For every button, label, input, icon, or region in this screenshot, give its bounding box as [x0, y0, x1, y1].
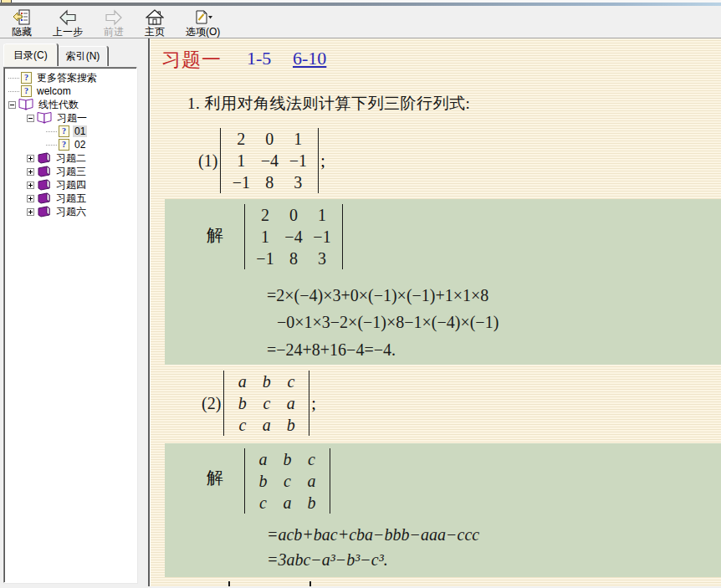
matrix-cell: −1: [227, 171, 255, 193]
options-button[interactable]: 选项(O): [179, 7, 227, 38]
matrix-cell: b: [254, 371, 279, 392]
matrix-cell: 2: [251, 204, 279, 226]
solution-2-label: 解: [207, 467, 223, 489]
expand-plus-icon[interactable]: [27, 208, 34, 216]
matrix-cell: 0: [279, 204, 308, 226]
home-button[interactable]: 主页: [138, 7, 171, 38]
tree-item-exercise-5[interactable]: 习题五: [4, 192, 136, 205]
svg-text:?: ?: [24, 73, 28, 82]
hide-panel-icon: [13, 8, 31, 26]
matrix-cell: c: [279, 371, 303, 392]
tree-item-more-answers[interactable]: ? 更多答案搜索: [4, 71, 136, 84]
matrix-cell: 1: [284, 128, 312, 150]
matrix-cell: a: [251, 448, 275, 470]
tree-item-exercise-6[interactable]: 习题六: [4, 205, 136, 218]
tree-item-exercise-2[interactable]: 习题二: [4, 151, 136, 165]
solution-block-2: 解 a b c b c a c a b =acb+bac+cba−bbb−aaa…: [165, 443, 721, 577]
tree-item-linear-algebra[interactable]: 线性代数: [4, 98, 136, 111]
closed-book-icon: [37, 166, 51, 177]
closed-book-icon: [37, 192, 51, 204]
tree-connector: [8, 91, 19, 92]
expand-plus-icon[interactable]: [27, 168, 34, 176]
menu-bar-fragment: [0, 3, 721, 6]
open-book-icon: [37, 112, 52, 124]
navigation-pane: 目录(C) 索引(N) ? 更多答案搜索 ? welcom: [0, 38, 148, 586]
tree-item-welcom[interactable]: ? welcom: [4, 84, 136, 98]
matrix-cell: c: [254, 392, 279, 414]
determinant-2-matrix: a b c b c a c a b: [223, 371, 309, 436]
forward-button-label: 前进: [104, 26, 124, 38]
matrix-cell: 3: [308, 248, 336, 269]
nav-link-6-10[interactable]: 6-10: [293, 48, 326, 69]
tab-index[interactable]: 索引(N): [58, 46, 109, 66]
determinant-2-label: (2): [202, 394, 221, 413]
determinant-2-suffix: ;: [311, 394, 316, 413]
matrix-cell: b: [299, 492, 324, 514]
matrix-cell: a: [279, 392, 303, 414]
tree-connector: [8, 78, 19, 79]
determinant-1-matrix: 2 0 1 1 −4 −1 −1 8 3: [220, 128, 319, 193]
nav-link-1-5[interactable]: 1-5: [247, 48, 271, 69]
closed-book-icon: [37, 179, 51, 191]
forward-button[interactable]: 前进: [97, 7, 130, 38]
open-book-icon: [18, 99, 33, 110]
matrix-cell: a: [254, 414, 279, 436]
back-button[interactable]: 上一步: [46, 7, 89, 38]
matrix-cell: −4: [255, 150, 284, 171]
help-page-icon: ?: [21, 72, 32, 84]
matrix-cell: 1: [308, 204, 336, 226]
svg-text:?: ?: [62, 126, 66, 135]
help-page-icon: ?: [59, 125, 69, 137]
collapse-minus-icon[interactable]: [8, 101, 16, 109]
matrix-cell: b: [275, 448, 299, 470]
solution-line: =3abc−a³−b³−c³.: [267, 550, 388, 570]
next-determinant-fragment: [228, 581, 230, 586]
determinant-1: (1) 2 0 1 1 −4 −1 −1 8 3 ;: [198, 128, 325, 193]
hide-button[interactable]: 隐藏: [5, 7, 38, 38]
tree-item-label: 线性代数: [37, 98, 80, 112]
help-page-icon: ?: [21, 85, 32, 97]
svg-text:?: ?: [24, 86, 28, 95]
solution-line: −0×1×3−2×(−1)×8−1×(−4)×(−1): [277, 313, 499, 332]
tree-item-label: 习题五: [54, 192, 88, 206]
tab-contents[interactable]: 目录(C): [3, 43, 58, 66]
tree-item-label: 习题六: [54, 205, 88, 219]
matrix-cell: −1: [251, 248, 279, 269]
tree-item-label: 02: [73, 139, 87, 151]
matrix-cell: a: [275, 492, 299, 514]
tree-item-exercise-3[interactable]: 习题三: [4, 165, 136, 178]
collapse-minus-icon[interactable]: [27, 115, 34, 122]
expand-plus-icon[interactable]: [27, 155, 34, 162]
tree-item-label: welcom: [35, 85, 73, 97]
options-icon: [193, 8, 213, 26]
expand-plus-icon[interactable]: [27, 182, 34, 189]
solution-line: =acb+bac+cba−bbb−aaa−ccc: [267, 525, 479, 545]
tree-item-02[interactable]: ? 02: [4, 138, 136, 151]
matrix-cell: a: [230, 371, 254, 392]
matrix-cell: 2: [227, 128, 255, 150]
matrix-cell: −1: [308, 226, 336, 248]
matrix-cell: c: [275, 470, 299, 492]
matrix-cell: b: [230, 392, 254, 414]
tree-item-label: 习题四: [54, 178, 88, 192]
hide-button-label: 隐藏: [12, 26, 32, 38]
topic-content: 习题一 1-5 6-10 1. 利用对角线法则计算下列三阶行列式: (1) 2 …: [148, 38, 721, 586]
determinant-1-label: (1): [198, 151, 217, 171]
help-page-icon: ?: [59, 139, 69, 151]
tree-item-exercise-1[interactable]: 习题一: [4, 111, 136, 125]
forward-arrow-icon: [105, 8, 123, 26]
solution-line: =2×(−4)×3+0×(−1)×(−1)+1×1×8: [267, 286, 488, 305]
home-icon: [146, 8, 164, 26]
svg-text:?: ?: [62, 140, 66, 149]
tree-item-label: 习题二: [54, 151, 88, 166]
expand-plus-icon[interactable]: [27, 195, 34, 202]
closed-book-icon: [37, 206, 51, 217]
matrix-cell: 8: [279, 248, 308, 269]
tree-item-01[interactable]: ? 01: [4, 125, 136, 138]
matrix-cell: 3: [284, 171, 312, 193]
matrix-cell: 0: [255, 128, 284, 150]
tree-item-exercise-4[interactable]: 习题四: [4, 178, 136, 192]
navigation-tabs: 目录(C) 索引(N): [0, 38, 148, 66]
tree-item-label: 更多答案搜索: [35, 71, 99, 85]
contents-tree: ? 更多答案搜索 ? welcom: [3, 67, 137, 583]
